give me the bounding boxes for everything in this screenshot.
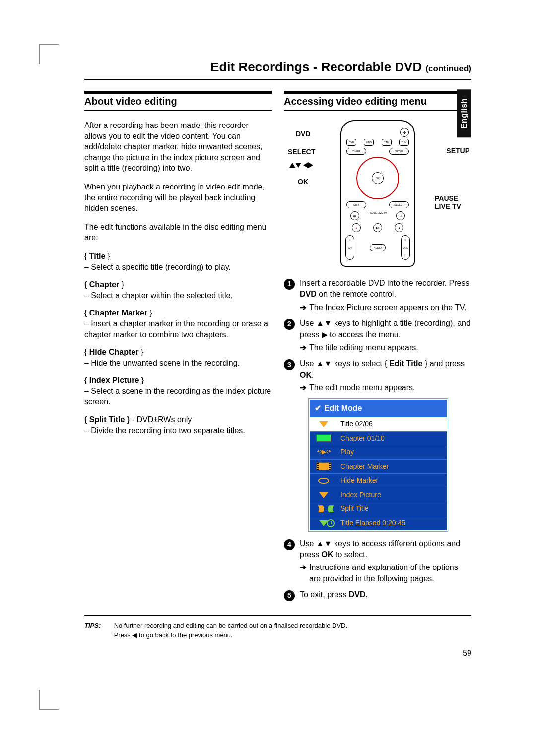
- section-heading-about: About video editing: [84, 91, 272, 111]
- dpad: OK: [356, 157, 399, 199]
- menu-row-title: Title 02/06: [310, 417, 447, 431]
- step-number-icon: 5: [284, 590, 295, 601]
- chapter-icon: [316, 434, 331, 442]
- title-icon: [319, 421, 328, 427]
- section-heading-accessing: Accessing video editing menu: [284, 91, 471, 111]
- label-setup: SETUP: [446, 147, 469, 155]
- label-arrows: [284, 161, 319, 169]
- step-number-icon: 2: [284, 319, 295, 330]
- tips-footer: TIPS: No further recording and editing c…: [84, 615, 471, 640]
- fn-hide-chapter: { Hide Chapter } – Hide the unwanted sce…: [84, 347, 272, 368]
- fn-index-picture: { Index Picture } – Select a scene in th…: [84, 375, 272, 407]
- hide-marker-icon: [318, 478, 329, 484]
- split-title-icon: [318, 505, 329, 512]
- menu-row-chapter-marker: Chapter Marker: [310, 459, 447, 474]
- fn-chapter-marker: { Chapter Marker } – Insert a chapter ma…: [84, 308, 272, 340]
- clock-icon: [327, 519, 335, 527]
- result-arrow-icon: ➔: [300, 382, 306, 393]
- step-4: 4 Use ▲▼ keys to access different option…: [284, 538, 471, 585]
- chapter-marker-icon: [316, 462, 331, 470]
- step-5: 5 To exit, press DVD.: [284, 589, 471, 601]
- result-arrow-icon: ➔: [300, 342, 306, 353]
- page-number: 59: [84, 649, 471, 658]
- fn-title: { Title } – Select a specific title (rec…: [84, 251, 272, 272]
- step-2: 2 Use ▲▼ keys to highlight a title (reco…: [284, 318, 471, 353]
- two-column-layout: About video editing After a recording ha…: [84, 91, 471, 606]
- crop-mark: [39, 45, 59, 64]
- label-ok: OK: [298, 178, 308, 186]
- fn-chapter: { Chapter } – Select a chapter within th…: [84, 279, 272, 301]
- manual-page: English Edit Recordings - Recordable DVD…: [0, 0, 536, 756]
- tips-text: No further recording and editing can be …: [114, 621, 470, 640]
- page-title: Edit Recordings - Recordable DVD (contin…: [84, 60, 471, 80]
- ok-button: OK: [372, 172, 384, 184]
- menu-row-hide-marker: Hide Marker: [310, 473, 447, 488]
- step-number-icon: 3: [284, 359, 295, 370]
- menu-row-play: ⟲▶⟳Play: [310, 445, 447, 459]
- menu-row-index-picture: Index Picture: [310, 488, 447, 502]
- edit-mode-menu: ✔Edit Mode Title 02/06 Chapter 01/10 ⟲▶⟳…: [309, 399, 448, 531]
- menu-row-split-title: Split Title: [310, 502, 447, 516]
- step-3: 3 Use ▲▼ keys to select { Edit Title } a…: [284, 358, 471, 393]
- check-icon: ✔: [315, 403, 321, 414]
- play-icon: ⟲▶⟳: [310, 446, 337, 459]
- about-p1: After a recording has been made, this re…: [84, 120, 272, 174]
- crop-mark: [39, 690, 59, 709]
- menu-row-chapter: Chapter 01/10: [310, 431, 447, 445]
- right-column: Accessing video editing menu DVD SELECT …: [284, 91, 471, 606]
- page-title-main: Edit Recordings - Recordable DVD: [210, 60, 425, 74]
- edit-mode-header: ✔Edit Mode: [310, 400, 447, 417]
- step-list: 1 Insert a recordable DVD into the recor…: [284, 278, 471, 601]
- about-p3: The edit functions available in the disc…: [84, 222, 272, 243]
- result-arrow-icon: ➔: [300, 562, 306, 584]
- fn-split-title: { Split Title } - DVD±RWs only – Divide …: [84, 414, 272, 436]
- left-column: About video editing After a recording ha…: [84, 91, 272, 606]
- tips-label: TIPS:: [84, 621, 112, 630]
- step-number-icon: 4: [284, 539, 295, 550]
- index-picture-icon: [319, 492, 328, 498]
- step-1: 1 Insert a recordable DVD into the recor…: [284, 278, 471, 313]
- page-title-continued: (continued): [425, 64, 471, 73]
- label-select: SELECT: [288, 148, 315, 156]
- remote-diagram: DVD SELECT OK SETUP PAUSE LIVE TV ⏻ DVD …: [284, 120, 471, 267]
- menu-row-title-elapsed: Title Elapsed 0:20:45: [310, 516, 447, 530]
- result-arrow-icon: ➔: [300, 302, 306, 313]
- label-dvd: DVD: [296, 130, 311, 138]
- split-title-icon: [323, 505, 334, 512]
- label-pause-live-tv: PAUSE LIVE TV: [435, 194, 474, 210]
- about-p2: When you playback a recording in video e…: [84, 182, 272, 214]
- step-number-icon: 1: [284, 279, 295, 290]
